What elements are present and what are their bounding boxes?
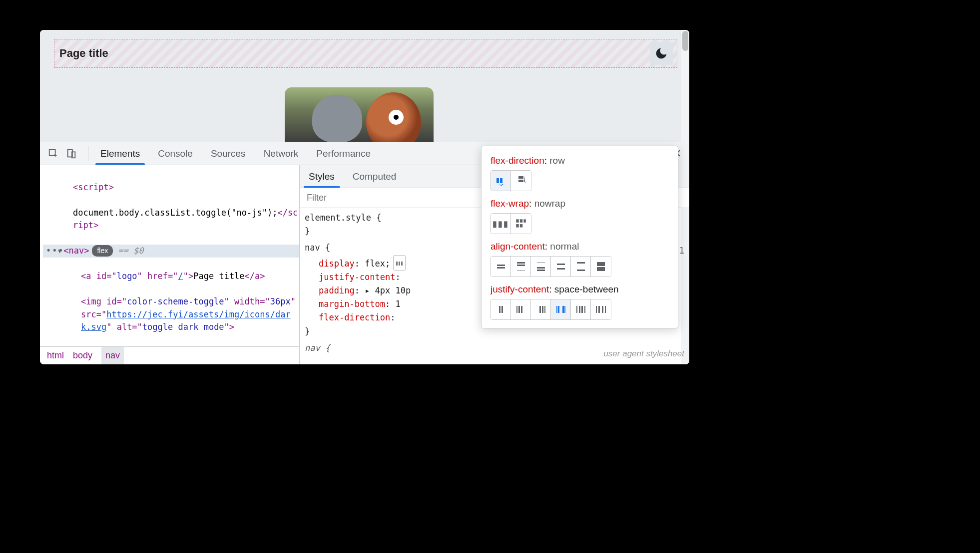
svg-rect-23 [537, 270, 545, 271]
svg-rect-33 [518, 306, 520, 313]
svg-rect-7 [496, 178, 499, 183]
justify-center-option[interactable] [491, 299, 511, 319]
svg-rect-34 [521, 306, 522, 313]
svg-rect-11 [516, 219, 518, 223]
svg-rect-39 [558, 306, 559, 313]
css-prop[interactable]: justify-content [319, 272, 396, 282]
flexwrap-nowrap-option[interactable]: ▮▮▮ [491, 214, 511, 234]
inspected-nav-highlight: Page title [54, 39, 677, 68]
code-line: document.body.classList.toggle("no-js");… [43, 207, 299, 232]
aligncontent-space-around-option[interactable] [551, 257, 571, 276]
crumb-body[interactable]: body [73, 349, 92, 362]
ua-stylesheet-label: user agent stylesheet [603, 347, 684, 360]
svg-rect-19 [517, 265, 525, 266]
code-line[interactable]: <img id="color-scheme-toggle" width="36p… [43, 295, 299, 334]
css-prop[interactable]: padding [319, 285, 355, 295]
css-value[interactable]: 4px 10p [375, 285, 411, 295]
hero-image [285, 87, 434, 142]
tab-performance[interactable]: Performance [307, 142, 380, 165]
svg-rect-28 [597, 262, 605, 266]
aligncontent-end-option[interactable] [531, 257, 551, 276]
crumb-nav[interactable]: nav [101, 347, 124, 364]
moon-icon [654, 46, 668, 60]
aligncontent-space-between-option[interactable] [571, 257, 591, 276]
elements-tree[interactable]: <script> document.body.classList.toggle(… [40, 165, 299, 346]
rule-selector[interactable]: nav { [305, 243, 330, 253]
svg-rect-22 [537, 267, 545, 269]
svg-rect-10 [518, 180, 523, 182]
tab-console[interactable]: Console [149, 142, 202, 165]
justify-space-between-option[interactable] [551, 299, 571, 319]
svg-rect-32 [516, 306, 517, 313]
tab-sources[interactable]: Sources [202, 142, 255, 165]
flex-badge[interactable]: flex [92, 245, 113, 257]
justify-start-option[interactable] [511, 299, 531, 319]
svg-rect-14 [516, 224, 518, 228]
svg-rect-41 [564, 306, 565, 313]
tab-elements[interactable]: Elements [91, 142, 149, 165]
flexwrap-wrap-option[interactable] [511, 214, 531, 234]
svg-rect-18 [517, 262, 525, 264]
css-prop[interactable]: flex-direction [319, 312, 390, 322]
svg-rect-40 [562, 306, 564, 313]
svg-rect-12 [520, 219, 522, 223]
svg-rect-44 [581, 306, 583, 313]
aligncontent-stretch-option[interactable] [591, 257, 611, 276]
selected-element-row[interactable]: ••• ▼ <nav> flex == $0 [43, 245, 299, 258]
svg-rect-46 [596, 306, 597, 313]
svg-rect-35 [539, 306, 541, 313]
flexbox-editor-popover: flex-direction: row flex-wrap: nowrap ▮▮… [481, 146, 678, 328]
tab-computed[interactable]: Computed [344, 165, 406, 188]
aligncontent-center-option[interactable] [491, 257, 511, 276]
svg-rect-27 [577, 270, 585, 271]
popover-row-label: flex-direction: row [490, 155, 669, 166]
svg-rect-43 [579, 306, 580, 313]
popover-row-label: flex-wrap: nowrap [490, 198, 669, 209]
row-actions-icon[interactable]: ••• [46, 245, 64, 258]
app-window: Page title Elements Console Sources Netw… [40, 30, 689, 364]
svg-rect-13 [523, 219, 525, 223]
inspect-element-icon[interactable] [48, 148, 59, 159]
svg-rect-29 [597, 267, 605, 271]
svg-rect-42 [576, 306, 577, 313]
elements-pane: <script> document.body.classList.toggle(… [40, 165, 300, 364]
dark-mode-toggle[interactable] [650, 42, 673, 65]
css-value[interactable]: flex; [365, 259, 390, 269]
tab-network[interactable]: Network [255, 142, 308, 165]
justify-space-around-option[interactable] [571, 299, 591, 319]
svg-rect-25 [557, 268, 565, 270]
code-token: <script> [73, 182, 114, 192]
aligncontent-start-option[interactable] [511, 257, 531, 276]
code-line[interactable]: <a id="logo" href="/">Page title</a> [43, 270, 299, 283]
justify-end-option[interactable] [531, 299, 551, 319]
svg-rect-49 [605, 306, 606, 313]
svg-rect-21 [537, 262, 545, 263]
device-toolbar-icon[interactable] [66, 148, 77, 159]
breadcrumb: html body nav [40, 346, 299, 364]
svg-rect-17 [497, 267, 505, 269]
css-prop[interactable]: display [319, 259, 355, 269]
flexdir-row-option[interactable] [491, 171, 511, 191]
flexdir-column-option[interactable] [511, 171, 531, 191]
svg-rect-16 [497, 265, 505, 266]
svg-rect-9 [518, 176, 523, 179]
page-preview: Page title [40, 30, 689, 142]
svg-rect-24 [557, 264, 565, 265]
popover-row-label: align-content: normal [490, 241, 669, 252]
rule-selector[interactable]: element.style { [305, 213, 382, 223]
popover-row-label: justify-content: space-between [490, 284, 669, 295]
rule-selector[interactable]: nav { [305, 343, 330, 353]
css-value[interactable]: 1 [396, 299, 401, 309]
justify-space-evenly-option[interactable] [591, 299, 611, 319]
svg-rect-26 [577, 262, 585, 264]
crumb-html[interactable]: html [47, 349, 64, 362]
svg-rect-8 [500, 178, 502, 183]
dollar-zero-marker: == $0 [118, 245, 143, 258]
svg-rect-36 [542, 306, 543, 313]
css-prop[interactable]: margin-bottom [319, 299, 385, 309]
page-title[interactable]: Page title [59, 47, 108, 60]
flex-editor-icon[interactable] [393, 255, 406, 271]
svg-rect-38 [556, 306, 557, 313]
svg-rect-30 [499, 306, 500, 313]
tab-styles[interactable]: Styles [300, 165, 344, 188]
